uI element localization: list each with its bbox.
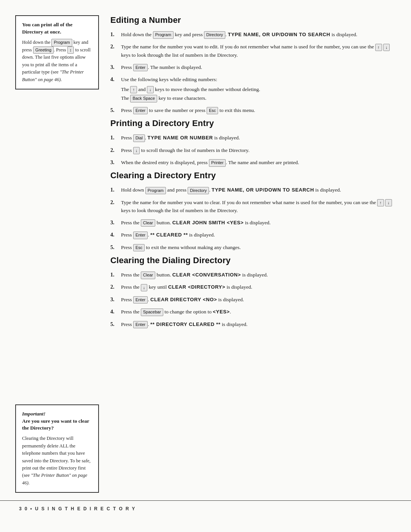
down-key-1: ↓: [383, 44, 390, 51]
section-clearing-entry-heading: Clearing a Directory Entry: [110, 171, 392, 181]
down-key-2: ↓: [147, 86, 154, 93]
printer-key: Printer: [209, 159, 226, 166]
sidebar-box-important-text: Clearing the Directory will permanently …: [22, 435, 92, 487]
editing-step-3: Press Enter. The number is displayed.: [110, 63, 392, 72]
page: You can print all of the Directory at on…: [0, 0, 411, 532]
sidebar-box-important: Important!Are you sure you want to clear…: [15, 404, 99, 493]
display-type-name-search: TYPE NAME, OR UP/DOWN TO SEARCH: [228, 32, 330, 37]
printing-step-2: Press ↓ to scroll through the list of nu…: [110, 146, 392, 155]
display-clear-directory: CLEAR <DIRECTORY>: [168, 284, 225, 290]
clearing-entry-step-2: Type the name for the number you want to…: [110, 198, 392, 215]
editing-step-4: Use the following keys while editing num…: [110, 75, 392, 102]
content-area: You can print all of the Directory at on…: [0, 0, 411, 500]
program-key-2: Program: [145, 187, 166, 194]
down-key-4: ↓: [385, 199, 392, 206]
section-clearing-directory-heading: Clearing the Dialing Directory: [110, 256, 392, 265]
display-clear-conversation: CLEAR <CONVERSATION>: [172, 272, 241, 278]
program-key: Program: [153, 31, 174, 38]
enter-key-2: Enter: [133, 107, 148, 114]
sidebar-box-important-title: Important!Are you sure you want to clear…: [22, 411, 92, 432]
section-editing-heading: Editing a Number: [110, 15, 392, 25]
sidebar-box-print-title: You can print all of the Directory at on…: [22, 21, 92, 36]
section-printing-heading: Printing a Directory Entry: [110, 118, 392, 128]
clear-key-1: Clear: [141, 219, 155, 227]
main-content: Editing a Number Hold down the Program k…: [110, 15, 392, 493]
editing-step-5: Press Enter to save the number or press …: [110, 106, 392, 115]
clearing-directory-step-3: Press Enter. CLEAR DIRECTORY <NO> is dis…: [110, 296, 392, 304]
spacebar-key: Spacebar: [141, 308, 163, 316]
enter-key-4: Enter: [133, 296, 148, 304]
clearing-entry-steps: Hold down Program and press Directory. T…: [110, 186, 392, 252]
up-key-2: ↑: [130, 86, 137, 93]
sidebar-box-print: You can print all of the Directory at on…: [15, 15, 99, 89]
clearing-entry-step-1: Hold down Program and press Directory. T…: [110, 186, 392, 194]
printing-step-3: When the desired entry is displayed, pre…: [110, 158, 392, 167]
editing-step-2: Type the name for the number you want to…: [110, 43, 392, 59]
clearing-directory-step-2: Press the ↓ key until CLEAR <DIRECTORY> …: [110, 283, 392, 291]
directory-key: Directory: [204, 31, 225, 38]
editing-steps: Hold down the Program key and press Dire…: [110, 30, 392, 115]
clearing-directory-steps: Press the Clear button. CLEAR <CONVERSAT…: [110, 271, 392, 329]
section-editing: Editing a Number Hold down the Program k…: [110, 15, 392, 118]
footer: 3 0 • U S I N G T H E D I R E C T O R Y: [0, 500, 411, 517]
printing-steps: Press Dial. TYPE NAME OR NUMBER is displ…: [110, 134, 392, 167]
clear-key-2: Clear: [141, 272, 155, 279]
section-clearing-directory: Clearing the Dialing Directory Press the…: [110, 256, 392, 332]
backspace-key: Back Space: [130, 95, 157, 102]
section-clearing-entry: Clearing a Directory Entry Hold down Pro…: [110, 171, 392, 256]
greeting-key-sidebar: Greeting: [33, 46, 54, 54]
footer-text: 3 0 • U S I N G T H E D I R E C T O R Y: [19, 506, 136, 511]
display-type-name-number: TYPE NAME OR NUMBER: [148, 135, 213, 141]
up-key-1: ↑: [375, 44, 382, 51]
display-clear-john: CLEAR JOHN SMITH <YES>: [172, 220, 244, 225]
display-directory-cleared: ** DIRECTORY CLEARED **: [150, 321, 220, 327]
clearing-directory-step-5: Press Enter. ** DIRECTORY CLEARED ** is …: [110, 320, 392, 329]
clearing-directory-step-4: Press the Spacebar to change the option …: [110, 308, 392, 316]
enter-key-3: Enter: [133, 232, 148, 239]
display-clear-directory-no: CLEAR DIRECTORY <NO>: [150, 297, 217, 302]
editing-step-1: Hold down the Program key and press Dire…: [110, 30, 392, 39]
clearing-entry-step-4: Press Enter. ** CLEARED ** is displayed.: [110, 231, 392, 239]
clearing-entry-step-5: Press Esc to exit the menu without makin…: [110, 243, 392, 252]
section-printing: Printing a Directory Entry Press Dial. T…: [110, 118, 392, 171]
clearing-directory-step-1: Press the Clear button. CLEAR <CONVERSAT…: [110, 271, 392, 279]
down-key-3: ↓: [133, 147, 140, 154]
enter-key-5: Enter: [133, 321, 148, 328]
scroll-key-sidebar: ↕: [67, 46, 74, 54]
display-yes: <YES>: [213, 309, 229, 315]
down-key-5: ↓: [141, 284, 148, 291]
directory-key-2: Directory: [188, 187, 209, 194]
printing-step-1: Press Dial. TYPE NAME OR NUMBER is displ…: [110, 134, 392, 142]
display-cleared: ** CLEARED **: [150, 232, 188, 238]
esc-key-1: Esc: [207, 107, 218, 114]
esc-key-2: Esc: [133, 244, 145, 251]
clearing-entry-step-3: Press the Clear button. CLEAR JOHN SMITH…: [110, 219, 392, 227]
dial-key: Dial: [133, 134, 145, 142]
sidebar: You can print all of the Directory at on…: [15, 15, 99, 493]
enter-key-1: Enter: [133, 64, 148, 71]
program-key-sidebar: Program: [51, 39, 72, 46]
display-type-name-updown: TYPE NAME, OR UP/DOWN TO SEARCH: [212, 187, 314, 193]
sidebar-box-print-text: Hold down the Program key and press Gree…: [22, 39, 92, 83]
up-key-3: ↑: [377, 199, 384, 206]
